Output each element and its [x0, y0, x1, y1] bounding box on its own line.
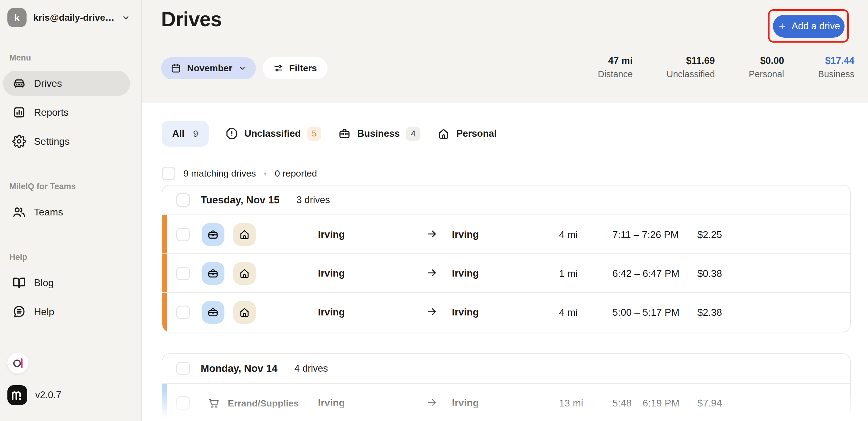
- tab-unclassified[interactable]: Unclassified5: [225, 127, 322, 141]
- avatar: k: [7, 8, 27, 27]
- origin-location: Irving: [318, 397, 345, 409]
- accessibility-widget[interactable]: [7, 353, 28, 374]
- date-header-row: Monday, Nov 144 drives: [162, 354, 850, 384]
- chevron-down-icon: [121, 13, 130, 22]
- sidebar-item-label: Teams: [34, 206, 63, 218]
- group-drive-count: 4 drives: [294, 363, 328, 374]
- stat-label: Business: [818, 69, 855, 79]
- arrow-right-icon: [426, 397, 438, 408]
- drives-content: All9Unclassified5Business4Personal 9 mat…: [142, 102, 868, 421]
- sidebar-item-label: Reports: [34, 107, 68, 118]
- group-drive-count: 3 drives: [297, 194, 330, 205]
- row-checkbox[interactable]: [176, 267, 190, 280]
- tab-count-badge: 4: [406, 127, 421, 141]
- drive-amount: $7.94: [697, 397, 722, 409]
- drive-amount: $2.38: [697, 307, 722, 318]
- row-checkbox[interactable]: [176, 228, 190, 241]
- classify-business-chip[interactable]: [202, 301, 224, 324]
- sliders-icon: [273, 63, 284, 73]
- classify-business-chip[interactable]: [202, 223, 224, 246]
- drive-distance: 1 mi: [559, 268, 578, 279]
- stat-value: 47 mi: [608, 55, 632, 67]
- matching-drives-text: 9 matching drives: [183, 168, 256, 179]
- sidebar-item-drives[interactable]: Drives: [3, 71, 130, 96]
- bar-chart-icon: [12, 105, 26, 119]
- select-all-checkbox[interactable]: [162, 167, 175, 180]
- briefcase-icon: [207, 229, 219, 240]
- destination-location: Irving: [452, 306, 479, 318]
- mileiq-drives-page: k kris@daily-drive… MenuDrivesReportsSet…: [0, 0, 868, 421]
- sidebar-item-blog[interactable]: Blog: [3, 270, 130, 295]
- sidebar-section-label: Menu: [9, 53, 141, 63]
- drive-row[interactable]: IrvingIrving1 mi6:42 – 6:47 PM$0.38: [162, 254, 850, 293]
- reported-text: 0 reported: [275, 168, 317, 179]
- drive-amount: $2.25: [697, 229, 722, 240]
- row-checkbox[interactable]: [176, 305, 190, 319]
- home-icon: [239, 229, 250, 240]
- account-switcher[interactable]: k kris@daily-drive…: [7, 8, 130, 27]
- sidebar-item-teams[interactable]: Teams: [3, 199, 130, 225]
- date-header-row: Tuesday, Nov 153 drives: [162, 186, 850, 215]
- tab-all[interactable]: All9: [162, 121, 209, 147]
- stat-unclassified: $11.69Unclassified: [667, 55, 715, 79]
- group-checkbox[interactable]: [176, 362, 190, 375]
- sidebar-item-help[interactable]: Help: [3, 299, 130, 324]
- classify-personal-chip[interactable]: [233, 301, 256, 324]
- group-date: Monday, Nov 14: [200, 363, 278, 375]
- chevron-down-icon: [238, 64, 247, 72]
- sidebar-section-label: Help: [9, 253, 141, 262]
- classify-personal-chip[interactable]: [233, 262, 256, 285]
- sidebar-item-settings[interactable]: Settings: [3, 129, 130, 154]
- briefcase-icon: [338, 127, 351, 140]
- stat-label: Distance: [598, 69, 633, 79]
- tab-business[interactable]: Business4: [338, 127, 421, 141]
- drive-distance: 13 mi: [559, 397, 583, 409]
- alert-octagon-icon: [225, 127, 238, 140]
- stats-summary: 47 miDistance$11.69Unclassified$0.00Pers…: [598, 55, 855, 79]
- drive-time-range: 5:48 – 6:19 PM: [612, 397, 679, 409]
- drive-group-card: Tuesday, Nov 153 drivesIrvingIrving4 mi7…: [162, 185, 851, 332]
- month-selector[interactable]: November: [161, 57, 256, 79]
- matching-summary: 9 matching drives • 0 reported: [162, 167, 317, 180]
- row-checkbox[interactable]: [176, 396, 190, 410]
- classification-tabs: All9Unclassified5Business4Personal: [162, 121, 497, 147]
- sidebar-item-reports[interactable]: Reports: [3, 100, 130, 125]
- filter-row: November Filters: [161, 57, 328, 79]
- group-checkbox[interactable]: [176, 193, 190, 207]
- stat-label: Unclassified: [667, 69, 715, 79]
- app-version: v2.0.7: [35, 390, 61, 401]
- chat-bubble-icon: [12, 305, 26, 319]
- classification-bar: [162, 254, 167, 292]
- arrow-right-icon: [426, 306, 438, 318]
- sidebar-sections: MenuDrivesReportsSettingsMileIQ for Team…: [0, 46, 141, 324]
- tab-count: 9: [193, 129, 198, 139]
- plus-icon: [778, 22, 787, 31]
- sidebar-section: MenuDrivesReportsSettings: [0, 53, 141, 154]
- book-icon: [12, 276, 26, 290]
- stat-business: $17.44Business: [818, 55, 855, 79]
- add-a-drive-button[interactable]: Add a drive: [773, 15, 844, 38]
- sidebar-item-label: Drives: [34, 78, 62, 89]
- tab-label: Business: [357, 128, 400, 139]
- drive-row[interactable]: IrvingIrving4 mi5:00 – 5:17 PM$2.38: [162, 293, 850, 332]
- sidebar: k kris@daily-drive… MenuDrivesReportsSet…: [0, 0, 142, 421]
- drive-row[interactable]: Errand/SuppliesIrvingIrving13 mi5:48 – 6…: [162, 384, 850, 421]
- classify-personal-chip[interactable]: [233, 223, 256, 246]
- drive-distance: 4 mi: [559, 229, 578, 240]
- drive-distance: 4 mi: [559, 307, 578, 318]
- calendar-icon: [170, 63, 182, 74]
- drive-row[interactable]: IrvingIrving4 mi7:11 – 7:26 PM$2.25: [162, 215, 850, 254]
- filters-button[interactable]: Filters: [263, 57, 328, 79]
- sidebar-section-label: MileIQ for Teams: [9, 182, 141, 191]
- stat-value: $0.00: [760, 55, 784, 67]
- arrow-right-icon: [426, 267, 438, 279]
- home-icon: [239, 268, 250, 279]
- page-title: Drives: [161, 7, 222, 31]
- tab-personal[interactable]: Personal: [437, 127, 497, 140]
- sidebar-section: HelpBlogHelp: [0, 253, 141, 324]
- stat-value: $11.69: [686, 55, 715, 67]
- add-a-drive-label: Add a drive: [792, 21, 840, 32]
- classification-bar: [162, 293, 167, 332]
- briefcase-icon: [207, 268, 219, 279]
- classify-business-chip[interactable]: [202, 262, 224, 285]
